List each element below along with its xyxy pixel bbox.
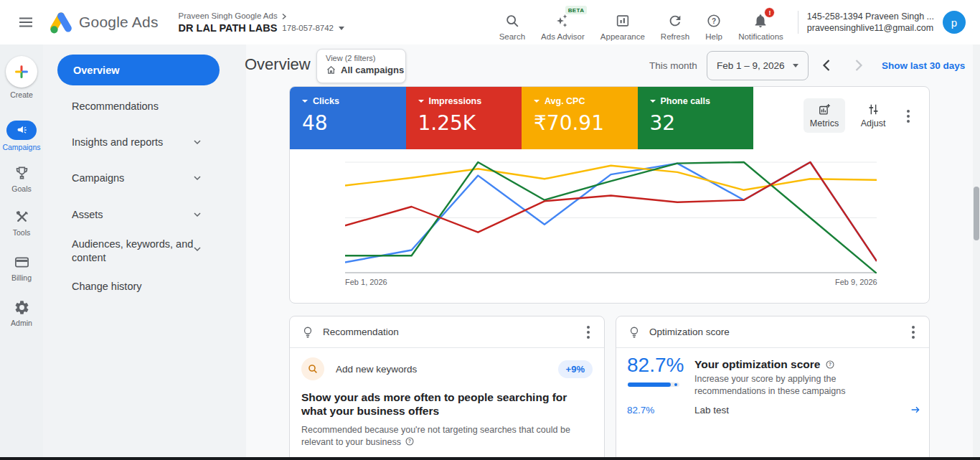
metric-caret-icon	[302, 100, 308, 103]
chart-card-menu-button[interactable]	[904, 107, 913, 126]
megaphone-icon	[16, 124, 28, 136]
card-title: Optimization score	[649, 327, 909, 337]
menu-icon[interactable]	[17, 14, 34, 31]
search-button[interactable]: Search	[499, 4, 525, 41]
tools-icon	[14, 209, 30, 225]
view-filters-label: View (2 filters)	[326, 54, 405, 62]
svg-text:?: ?	[408, 438, 411, 443]
sidebar-item-billing[interactable]: Billing	[0, 254, 43, 282]
campaign-name[interactable]: Lab test	[694, 405, 729, 416]
optimization-score-value: 82.7%	[627, 354, 684, 377]
bottom-bar	[0, 457, 980, 460]
plus-icon	[12, 62, 31, 81]
metric-card-impressions[interactable]: Impressions 1.25K	[406, 87, 522, 149]
chart-line-impressions	[345, 162, 877, 261]
optimization-score-card: Optimization score 82.7% Your optimizati…	[616, 316, 930, 460]
optimization-menu-button[interactable]	[909, 323, 918, 342]
user-email: praveensinghlive11@gmail.com	[807, 22, 934, 34]
refresh-button[interactable]: Refresh	[661, 4, 689, 41]
account-name: DR LAL PATH LABS	[179, 23, 278, 34]
recommendation-headline: Show your ads more often to people searc…	[301, 390, 575, 418]
gear-icon	[14, 299, 30, 316]
ads-advisor-button[interactable]: BETA Ads Advisor	[541, 4, 585, 41]
overview-line-chart	[345, 160, 877, 273]
help-button[interactable]: ? Help	[705, 4, 722, 41]
notifications-button[interactable]: ! Notifications	[738, 4, 783, 41]
svg-text:?: ?	[829, 362, 831, 367]
optimization-headline: Your optimization score ?	[694, 358, 835, 371]
nav-item-change-history[interactable]: Change history	[72, 280, 202, 294]
sliders-icon	[867, 103, 880, 116]
topbar-actions: Search BETA Ads Advisor Appearance Refre…	[499, 4, 783, 41]
chevron-down-icon[interactable]	[192, 244, 202, 254]
date-range-picker[interactable]: Feb 1 – 9, 2026	[707, 51, 809, 80]
metrics-icon	[818, 103, 831, 116]
nav-item-insights-and-reports[interactable]: Insights and reports	[72, 136, 202, 149]
campaign-score: 82.7%	[627, 405, 654, 416]
credit-card-icon	[14, 254, 30, 271]
nav-item-audiences-keywords-content[interactable]: Audiences, keywords, and content	[72, 238, 202, 265]
beta-badge: BETA	[565, 6, 588, 14]
account-switcher[interactable]: Praveen Singh Google Ads DR LAL PATH LAB…	[179, 11, 344, 34]
metric-value: 48	[302, 111, 406, 135]
recommendation-menu-button[interactable]	[584, 323, 593, 342]
optimization-description: Increase your score by applying the reco…	[694, 373, 910, 398]
uplift-badge: +9%	[558, 360, 593, 378]
sidebar-item-tools[interactable]: Tools	[0, 209, 43, 237]
scrollbar-thumb[interactable]	[974, 187, 979, 240]
card-title: Recommendation	[323, 327, 584, 337]
nav-item-assets[interactable]: Assets	[72, 208, 202, 222]
chevron-right-icon	[281, 13, 288, 20]
appearance-button[interactable]: Appearance	[600, 4, 645, 41]
metric-card-phone-calls[interactable]: Phone calls 32	[638, 87, 754, 149]
help-icon[interactable]: ?	[405, 436, 415, 446]
period-label: This month	[649, 60, 697, 71]
sidebar-item-goals[interactable]: Goals	[0, 165, 43, 193]
trophy-icon	[14, 165, 30, 182]
metric-card-clicks[interactable]: Clicks 48	[290, 87, 406, 149]
previous-period-button[interactable]	[820, 59, 834, 72]
nav-item-overview[interactable]: Overview	[57, 55, 220, 85]
chevron-down-icon	[793, 64, 798, 67]
page-title: Overview	[245, 55, 311, 74]
metric-value: ₹70.91	[534, 111, 638, 135]
metric-value: 1.25K	[418, 111, 522, 135]
nav-item-recommendations[interactable]: Recommendations	[72, 100, 202, 113]
recommendation-item-title[interactable]: Add new keywords	[336, 364, 558, 375]
chevron-down-icon[interactable]	[192, 210, 202, 220]
google-ads-logo-icon[interactable]	[49, 10, 73, 34]
sidebar-item-admin[interactable]: Admin	[0, 299, 43, 327]
lightbulb-icon	[301, 325, 314, 339]
notification-alert-badge: !	[764, 7, 775, 18]
keyword-search-icon	[301, 357, 324, 380]
create-button[interactable]: Create	[0, 56, 43, 99]
recommendation-description: Recommended because you're not targeting…	[301, 424, 587, 449]
chevron-down-icon[interactable]	[192, 137, 202, 147]
avatar[interactable]: p	[943, 11, 966, 34]
x-axis-start-label: Feb 1, 2026	[345, 278, 387, 286]
lightbulb-icon	[628, 325, 641, 339]
sparkle-icon	[554, 12, 571, 29]
topbar-divider	[798, 11, 798, 34]
metric-card-avg-cpc[interactable]: Avg. CPC ₹70.91	[522, 87, 638, 149]
manager-account-name: Praveen Singh Google Ads	[179, 11, 278, 22]
arrow-right-icon[interactable]	[909, 404, 922, 416]
progress-dot	[674, 383, 677, 386]
overview-chart-card: Clicks 48 Impressions 1.25K Avg. CPC ₹70…	[289, 86, 930, 304]
metrics-button[interactable]: Metrics	[804, 98, 845, 133]
nav-item-campaigns[interactable]: Campaigns	[72, 172, 202, 185]
appearance-icon	[615, 13, 631, 29]
show-last-30-days-link[interactable]: Show last 30 days	[882, 60, 965, 71]
next-period-button[interactable]	[851, 59, 865, 72]
user-info[interactable]: 145-258-1394 Praveen Singh ... praveensi…	[807, 11, 934, 34]
left-rail: Create Campaigns Goals Tools Billing Adm…	[0, 44, 43, 457]
sidebar-item-campaigns[interactable]: Campaigns	[0, 121, 43, 151]
view-filters-chip[interactable]: View (2 filters) All campaigns	[316, 49, 406, 83]
metric-bar: Clicks 48 Impressions 1.25K Avg. CPC ₹70…	[290, 87, 753, 149]
help-icon[interactable]: ?	[825, 360, 835, 370]
chevron-down-icon[interactable]	[192, 173, 202, 183]
adjust-button[interactable]: Adjust	[852, 98, 894, 133]
optimization-progress-bar	[628, 382, 679, 387]
secondary-nav: Overview Recommendations Insights and re…	[43, 44, 246, 457]
scrollbar-track[interactable]	[973, 44, 980, 457]
